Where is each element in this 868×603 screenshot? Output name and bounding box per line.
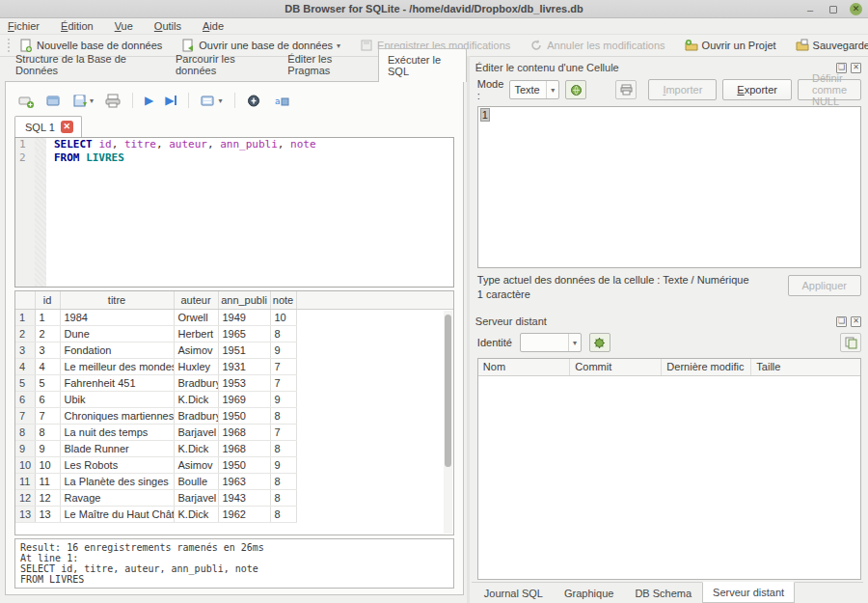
table-cell[interactable]: 1962: [218, 506, 270, 522]
row-number[interactable]: 1: [15, 309, 35, 325]
table-cell[interactable]: Le Maître du Haut Château: [60, 506, 174, 522]
remote-col-modif[interactable]: Dernière modific: [662, 359, 751, 375]
table-cell[interactable]: Bradbury: [174, 374, 218, 391]
row-number[interactable]: 10: [15, 456, 35, 473]
table-cell[interactable]: Ubik: [60, 391, 174, 407]
save-results-button[interactable]: ▾: [201, 94, 222, 108]
remote-col-nom[interactable]: Nom: [478, 359, 570, 375]
remote-col-taille[interactable]: Taille: [751, 359, 860, 375]
table-cell[interactable]: 8: [270, 407, 296, 424]
table-cell[interactable]: 9: [270, 342, 296, 358]
table-cell[interactable]: Barjavel: [174, 424, 218, 440]
table-row[interactable]: 1111La Planète des singesBoulle19638: [15, 473, 453, 489]
table-cell[interactable]: 8: [270, 325, 296, 342]
table-cell[interactable]: Le meilleur des mondes: [60, 358, 174, 374]
set-null-button[interactable]: Définir comme NULL: [798, 79, 861, 100]
results-scrollbar-thumb[interactable]: [445, 315, 451, 467]
table-cell[interactable]: 1953: [218, 374, 270, 391]
table-cell[interactable]: K.Dick: [174, 391, 218, 407]
table-row[interactable]: 77Chroniques martiennesBradbury19508: [15, 407, 453, 424]
tab-structure[interactable]: Structure de la Base de Données: [6, 47, 166, 81]
col-header-ann-publi[interactable]: ann_publi: [218, 291, 270, 309]
close-button[interactable]: ✕: [850, 3, 862, 15]
table-row[interactable]: 44Le meilleur des mondesHuxley19317: [15, 358, 453, 374]
menu-edition[interactable]: Édition: [61, 20, 94, 32]
table-row[interactable]: 1313Le Maître du Haut ChâteauK.Dick19628: [15, 506, 453, 522]
save-sql-file-button[interactable]: ▾: [72, 94, 94, 108]
float-panel-button[interactable]: ❏: [836, 316, 847, 327]
export-results-button[interactable]: [247, 94, 262, 108]
table-cell[interactable]: 1950: [218, 456, 270, 473]
table-cell[interactable]: Bradbury: [174, 407, 218, 424]
col-header-auteur[interactable]: auteur: [174, 291, 218, 309]
menu-outils[interactable]: Outils: [154, 20, 181, 32]
table-cell[interactable]: Orwell: [174, 309, 218, 325]
dock-tab-journal-sql[interactable]: Journal SQL: [474, 583, 554, 603]
table-cell[interactable]: 7: [270, 374, 296, 391]
close-panel-button[interactable]: ✕: [851, 63, 861, 73]
row-number[interactable]: 12: [15, 489, 35, 506]
table-cell[interactable]: K.Dick: [174, 440, 218, 456]
table-row[interactable]: 1010Les RobotsAsimov19509: [15, 456, 453, 473]
table-cell[interactable]: 8: [270, 473, 296, 489]
reload-remote-button[interactable]: [589, 333, 610, 352]
table-cell[interactable]: 11: [35, 473, 60, 489]
dock-tab-serveur-distant[interactable]: Serveur distant: [702, 582, 795, 603]
table-cell[interactable]: K.Dick: [174, 506, 218, 522]
execute-line-button[interactable]: ▶: [165, 95, 176, 106]
table-cell[interactable]: Dune: [60, 325, 174, 342]
close-panel-button[interactable]: ✕: [851, 316, 861, 327]
revert-changes-button[interactable]: Annuler les modifications: [524, 37, 670, 54]
table-cell[interactable]: Blade Runner: [60, 440, 174, 456]
menu-fichier[interactable]: Fichier: [8, 20, 40, 32]
print-sql-button[interactable]: [105, 94, 121, 108]
row-number[interactable]: 7: [15, 407, 35, 424]
sql-tab-close-button[interactable]: ✕: [61, 121, 73, 133]
col-header-id[interactable]: id: [35, 291, 60, 309]
row-number[interactable]: 4: [15, 358, 35, 374]
table-cell[interactable]: 1950: [218, 407, 270, 424]
sql-tab-1[interactable]: SQL 1 ✕: [14, 116, 82, 137]
remote-col-commit[interactable]: Commit: [570, 359, 662, 375]
clone-database-button[interactable]: [840, 333, 861, 352]
dock-tab-db-schema[interactable]: DB Schema: [624, 583, 702, 603]
col-header-note[interactable]: note: [270, 291, 296, 309]
table-cell[interactable]: Chroniques martiennes: [60, 407, 174, 424]
table-cell[interactable]: 1: [35, 309, 60, 325]
table-cell[interactable]: 1949: [218, 309, 270, 325]
table-cell[interactable]: Huxley: [174, 358, 218, 374]
table-cell[interactable]: Herbert: [174, 325, 218, 342]
table-cell[interactable]: 12: [35, 489, 60, 506]
table-cell[interactable]: Barjavel: [174, 489, 218, 506]
table-cell[interactable]: Ravage: [60, 489, 174, 506]
table-cell[interactable]: 9: [270, 391, 296, 407]
table-cell[interactable]: 9: [35, 440, 60, 456]
table-cell[interactable]: Asimov: [174, 456, 218, 473]
open-sql-file-button[interactable]: [45, 94, 61, 108]
table-cell[interactable]: 3: [35, 342, 60, 358]
maximize-button[interactable]: [827, 3, 840, 16]
table-cell[interactable]: 8: [270, 440, 296, 456]
table-cell[interactable]: La Planète des singes: [60, 473, 174, 489]
table-cell[interactable]: 10: [35, 456, 60, 473]
table-row[interactable]: 33FondationAsimov19519: [15, 342, 453, 358]
save-project-button[interactable]: Sauvegarder le projet: [790, 37, 868, 54]
table-cell[interactable]: 1968: [218, 440, 270, 456]
tab-browse[interactable]: Parcourir les données: [166, 47, 278, 81]
table-cell[interactable]: 9: [270, 456, 296, 473]
table-row[interactable]: 55Fahrenheit 451Bradbury19537: [15, 374, 453, 391]
table-cell[interactable]: 1969: [218, 391, 270, 407]
table-row[interactable]: 88La nuit des tempsBarjavel19687: [15, 424, 453, 440]
row-number[interactable]: 3: [15, 342, 35, 358]
execute-all-button[interactable]: ▶: [145, 95, 153, 106]
table-cell[interactable]: 8: [270, 489, 296, 506]
table-cell[interactable]: 7: [35, 407, 60, 424]
row-number[interactable]: 6: [15, 391, 35, 407]
corner-header[interactable]: [15, 291, 35, 309]
table-cell[interactable]: 4: [35, 358, 60, 374]
open-project-button[interactable]: Ouvrir un Projet: [679, 37, 782, 54]
table-cell[interactable]: 10: [270, 309, 296, 325]
table-cell[interactable]: La nuit des temps: [60, 424, 174, 440]
menu-aide[interactable]: Aide: [203, 20, 224, 32]
table-cell[interactable]: Asimov: [174, 342, 218, 358]
